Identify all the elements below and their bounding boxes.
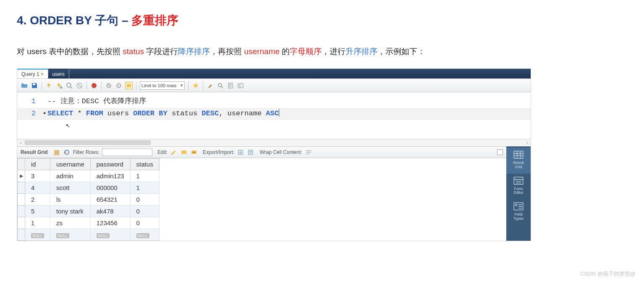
cell[interactable]: 1 <box>25 217 50 229</box>
autocommit-off-icon[interactable] <box>115 82 123 89</box>
scroll-right-icon[interactable]: › <box>524 140 531 145</box>
svg-point-4 <box>92 83 97 88</box>
table-row[interactable]: 5 tony stark ak478 0 <box>18 205 160 217</box>
tabbar-filler <box>69 69 531 78</box>
filter-rows-input[interactable] <box>102 148 152 156</box>
row-selector[interactable] <box>18 182 25 193</box>
cell[interactable]: scott <box>50 182 91 193</box>
sql-keyword-select: SELECT <box>47 109 73 117</box>
side-field-types[interactable]: Field Types <box>506 199 531 225</box>
explain-icon[interactable] <box>65 82 73 89</box>
find-icon[interactable] <box>217 82 224 89</box>
results-side-panel: Result Grid Form Editor Field Types <box>506 146 531 241</box>
execute-current-icon[interactable] <box>55 82 63 89</box>
editor-horizontal-scrollbar[interactable]: ‹ › <box>17 139 531 146</box>
cell[interactable]: admin <box>50 170 91 182</box>
sql-text: status <box>168 109 202 117</box>
cell[interactable]: 0 <box>130 217 159 229</box>
cell[interactable]: 1 <box>130 182 159 193</box>
cell-null[interactable]: NULL <box>25 229 50 240</box>
row-selector[interactable]: ▶ <box>18 170 25 182</box>
cell[interactable]: 000000 <box>90 182 130 193</box>
svg-rect-0 <box>33 83 35 85</box>
invisible-chars-icon[interactable]: ¶ <box>237 82 244 89</box>
svg-point-2 <box>67 83 71 87</box>
col-password[interactable]: password <box>90 158 130 170</box>
desc-text: 的 <box>280 47 290 56</box>
beautify-icon[interactable] <box>192 82 199 89</box>
result-table: id username password status ▶ 3 admin ad… <box>17 158 160 241</box>
col-status[interactable]: status <box>130 158 159 170</box>
col-id[interactable]: id <box>25 158 50 170</box>
brush-icon[interactable] <box>207 82 214 89</box>
cell[interactable]: 0 <box>130 193 159 205</box>
side-label: Result Grid <box>513 161 524 169</box>
null-badge: NULL <box>31 233 44 238</box>
commit-icon[interactable] <box>90 82 98 89</box>
add-row-icon[interactable] <box>180 148 188 156</box>
row-selector[interactable] <box>18 229 25 240</box>
sql-keyword-orderby: ORDER BY <box>133 109 168 117</box>
edit-row-icon[interactable] <box>170 148 178 156</box>
sql-text: , username <box>219 109 266 117</box>
cell[interactable]: tony stark <box>50 205 91 217</box>
table-row[interactable]: ▶ 3 admin admin123 1 <box>18 170 160 182</box>
delete-row-icon[interactable] <box>190 148 198 156</box>
cell[interactable]: 5 <box>25 205 50 217</box>
table-row[interactable]: 2 ls 654321 0 <box>18 193 160 205</box>
sql-editor[interactable]: 1 -- 注意：DESC 代表降序排序 2•SELECT * FROM user… <box>17 92 531 138</box>
table-row[interactable]: 1 zs 123456 0 <box>18 217 160 229</box>
cell[interactable]: ak478 <box>90 205 130 217</box>
cell[interactable]: ls <box>50 193 91 205</box>
tab-users[interactable]: users <box>48 69 69 78</box>
cell-null[interactable]: NULL <box>50 229 91 240</box>
sql-keyword-from: FROM <box>86 109 103 117</box>
cell[interactable]: 2 <box>25 193 50 205</box>
desc-asc-sort: 升序排序 <box>346 47 377 56</box>
snippet-icon[interactable] <box>227 82 234 89</box>
stop-icon[interactable] <box>76 82 83 89</box>
edit-label: Edit: <box>157 149 168 155</box>
refresh-icon[interactable] <box>63 148 71 156</box>
row-limit-combo[interactable]: Limit to 100 rows <box>140 81 185 90</box>
cell[interactable]: 3 <box>25 170 50 182</box>
scroll-thumb[interactable] <box>25 140 151 145</box>
cell-null[interactable]: NULL <box>90 229 130 240</box>
side-result-grid[interactable]: Result Grid <box>506 148 531 174</box>
side-form-editor[interactable]: Form Editor <box>506 174 531 200</box>
grid-view-icon[interactable]: ▦ <box>53 148 60 156</box>
cell[interactable]: admin123 <box>90 170 130 182</box>
open-file-icon[interactable] <box>21 82 28 89</box>
heading-emphasis: 多重排序 <box>131 14 178 27</box>
table-row[interactable]: 4 scott 000000 1 <box>18 182 160 193</box>
cell-null[interactable]: NULL <box>130 229 159 240</box>
filter-rows-label: Filter Rows: <box>73 149 99 155</box>
cell[interactable]: 4 <box>25 182 50 193</box>
autocommit-on-icon[interactable] <box>105 82 113 89</box>
cell[interactable]: 654321 <box>90 193 130 205</box>
save-icon[interactable] <box>31 82 38 89</box>
sql-toolbar: Limit to 100 rows ¶ <box>17 79 531 92</box>
cell[interactable]: 0 <box>130 205 159 217</box>
execute-icon[interactable] <box>45 82 53 89</box>
toggle-icon[interactable] <box>125 82 133 89</box>
row-selector[interactable] <box>18 205 25 217</box>
panel-toggle-icon[interactable] <box>497 149 503 155</box>
export-icon[interactable] <box>237 148 244 156</box>
row-selector[interactable] <box>18 193 25 205</box>
mouse-pointer-icon: ↖ <box>65 119 531 132</box>
row-selector[interactable] <box>18 217 25 229</box>
cell[interactable]: 1 <box>130 170 159 182</box>
close-icon[interactable]: × <box>41 72 44 76</box>
import-icon[interactable] <box>247 148 254 156</box>
col-username[interactable]: username <box>50 158 91 170</box>
svg-rect-16 <box>514 151 523 158</box>
scroll-left-icon[interactable]: ‹ <box>17 140 24 145</box>
cell[interactable]: 123456 <box>90 217 130 229</box>
table-row-null[interactable]: NULL NULL NULL NULL <box>18 229 160 240</box>
cell[interactable]: zs <box>50 217 91 229</box>
tab-query1[interactable]: Query 1 × <box>17 69 48 78</box>
wrap-cell-label: Wrap Cell Content: <box>259 149 302 155</box>
wrap-cell-icon[interactable] <box>305 148 312 156</box>
editor-line-2: 2•SELECT * FROM users ORDER BY status DE… <box>17 108 531 120</box>
